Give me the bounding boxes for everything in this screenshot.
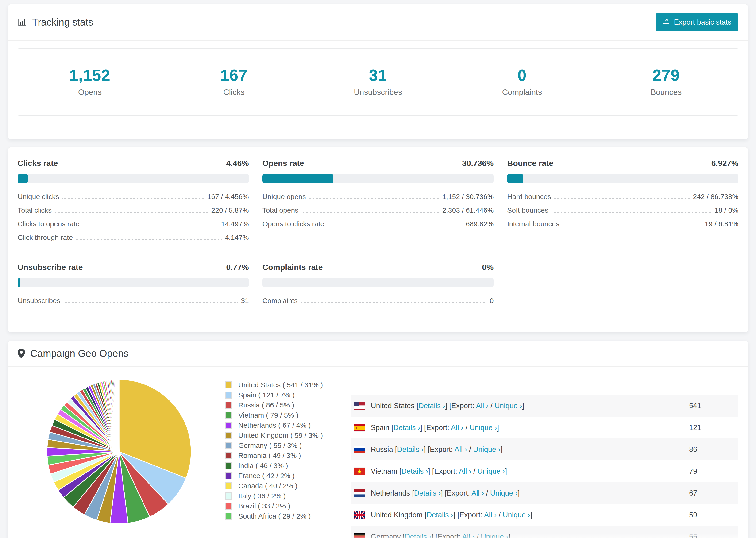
rate-progress-fill [507, 174, 523, 183]
details-link[interactable]: Details › [397, 445, 424, 454]
export-basic-stats-button[interactable]: Export basic stats [656, 13, 738, 31]
legend-swatch [225, 493, 232, 500]
metric-label: Click through rate [18, 234, 73, 242]
legend-item-united-states[interactable]: United States ( 541 / 31% ) [225, 380, 323, 390]
rate-title: Clicks rate [18, 159, 58, 168]
rates-grid: Clicks rate 4.46% Unique clicks 167 / 4.… [18, 159, 738, 310]
country-total: 79 [689, 467, 738, 476]
legend-item-united-kingdom[interactable]: United Kingdom ( 59 / 3% ) [225, 430, 323, 440]
legend-label: Canada ( 40 / 2% ) [238, 482, 297, 490]
legend-label: Romania ( 49 / 3% ) [238, 452, 301, 459]
flag-icon-vn [354, 467, 371, 475]
stat-label: Clicks [223, 87, 244, 97]
geo-table-row-vn: Vietnam [Details ›] [Export: All › / Uni… [351, 460, 738, 482]
country-name: Russia [371, 445, 393, 454]
metric-label: Unsubscribes [18, 297, 60, 305]
export-all-link[interactable]: All › [476, 402, 488, 410]
legend-item-russia[interactable]: Russia ( 86 / 5% ) [225, 400, 323, 410]
metric-row: Total opens 2,303 / 61.446% [262, 206, 494, 220]
rate-value: 4.46% [226, 159, 249, 168]
stat-value: 31 [369, 66, 387, 84]
metric-label: Opens to clicks rate [262, 220, 324, 228]
rate-title: Bounce rate [507, 159, 553, 168]
export-all-link[interactable]: All › [455, 445, 467, 454]
legend-item-italy[interactable]: Italy ( 36 / 2% ) [225, 491, 323, 501]
metric-value: 242 / 86.738% [693, 193, 739, 201]
legend-item-canada[interactable]: Canada ( 40 / 2% ) [225, 481, 323, 491]
legend-item-netherlands[interactable]: Netherlands ( 67 / 4% ) [225, 420, 323, 430]
country-total: 67 [689, 489, 738, 497]
legend-item-france[interactable]: France ( 42 / 2% ) [225, 471, 323, 481]
rate-block-opens-rate: Opens rate 30.736% Unique opens 1,152 / … [262, 159, 494, 247]
legend-item-vietnam[interactable]: Vietnam ( 79 / 5% ) [225, 410, 323, 420]
stats-row: 1,152 Opens167 Clicks31 Unsubscribes0 Co… [18, 48, 738, 116]
metric-value: 18 / 0% [715, 206, 738, 214]
country-total: 59 [689, 511, 738, 519]
export-all-link[interactable]: All › [451, 423, 463, 432]
legend-item-south-africa[interactable]: South Africa ( 29 / 2% ) [225, 511, 323, 521]
dotted-leader [563, 226, 701, 226]
stat-box-unsubscribes: 31 Unsubscribes [306, 49, 450, 116]
rate-block-unsubscribe-rate: Unsubscribe rate 0.77% Unsubscribes 31 [18, 263, 249, 310]
export-all-link[interactable]: All › [459, 467, 471, 475]
legend-item-india[interactable]: India ( 46 / 3% ) [225, 460, 323, 471]
export-unique-link[interactable]: Unique › [495, 402, 522, 410]
rate-progress-fill [262, 174, 334, 183]
export-unique-link[interactable]: Unique › [490, 489, 517, 497]
legend-label: Vietnam ( 79 / 5% ) [238, 411, 298, 419]
export-unique-link[interactable]: Unique › [469, 423, 497, 432]
export-unique-link[interactable]: Unique › [477, 467, 505, 475]
export-all-link[interactable]: All › [484, 511, 497, 519]
tracking-stats-card: Tracking stats Export basic stats 1,152 … [8, 4, 748, 139]
metric-value: 4.147% [225, 234, 249, 242]
tracking-stats-title-text: Tracking stats [32, 17, 93, 28]
legend-label: Italy ( 36 / 2% ) [238, 492, 286, 500]
geo-table-header-row [351, 377, 738, 395]
metric-label: Total opens [262, 206, 298, 214]
rate-progress-track [18, 174, 249, 183]
details-link[interactable]: Details › [394, 423, 420, 432]
tracking-stats-title: Tracking stats [18, 17, 93, 28]
legend-label: United States ( 541 / 31% ) [238, 381, 323, 389]
map-pin-icon [18, 349, 25, 358]
metric-label: Clicks to opens rate [18, 220, 80, 228]
legend-item-spain[interactable]: Spain ( 121 / 7% ) [225, 390, 323, 400]
stat-label: Complaints [502, 87, 542, 97]
dotted-leader [301, 302, 486, 303]
legend-swatch [225, 392, 232, 399]
export-unique-link[interactable]: Unique › [473, 445, 501, 454]
metric-row: Opens to clicks rate 689.82% [262, 220, 494, 234]
country-name: Netherlands [371, 489, 410, 497]
legend-item-germany[interactable]: Germany ( 55 / 3% ) [225, 440, 323, 451]
stat-value: 1,152 [69, 66, 110, 84]
stat-value: 167 [220, 66, 247, 84]
geo-table: United States [Details ›] [Export: All ›… [351, 377, 738, 538]
stat-label: Unsubscribes [354, 87, 402, 97]
geo-body: United States ( 541 / 31% ) Spain ( 121 … [8, 367, 748, 538]
legend-item-romania[interactable]: Romania ( 49 / 3% ) [225, 451, 323, 460]
country-total: 121 [689, 423, 738, 432]
rate-title: Complaints rate [262, 263, 323, 272]
stat-box-clicks: 167 Clicks [162, 49, 306, 116]
bar-chart-icon [18, 18, 27, 27]
details-link[interactable]: Details › [427, 511, 453, 519]
legend-label: Russia ( 86 / 5% ) [238, 401, 294, 409]
legend-label: Germany ( 55 / 3% ) [238, 442, 302, 450]
flag-icon-es [354, 424, 371, 431]
metric-row: Complaints 0 [262, 297, 494, 310]
rate-value: 0% [482, 263, 494, 272]
legend-swatch [225, 503, 232, 510]
stat-label: Opens [78, 87, 102, 97]
details-link[interactable]: Details › [419, 402, 445, 410]
legend-swatch [225, 472, 232, 479]
export-all-link[interactable]: All › [471, 489, 484, 497]
metric-row: Clicks to opens rate 14.497% [18, 220, 249, 234]
export-unique-link[interactable]: Unique › [503, 511, 530, 519]
geo-table-row-es: Spain [Details ›] [Export: All › / Uniqu… [351, 417, 738, 439]
dotted-leader [554, 198, 689, 199]
details-link[interactable]: Details › [414, 489, 441, 497]
geo-title: Campaign Geo Opens [18, 348, 129, 359]
geo-table-row-ru: Russia [Details ›] [Export: All › / Uniq… [351, 439, 738, 460]
legend-item-brazil[interactable]: Brazil ( 33 / 2% ) [225, 501, 323, 511]
details-link[interactable]: Details › [402, 467, 428, 475]
